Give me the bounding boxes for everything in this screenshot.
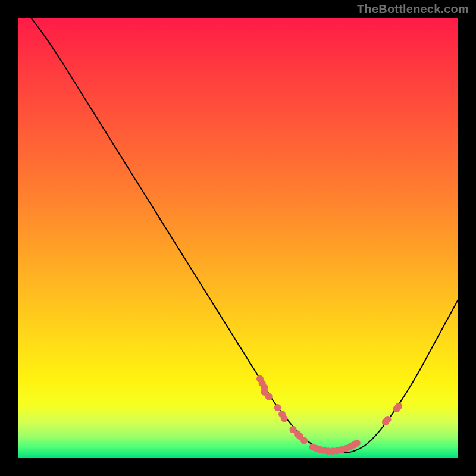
data-point [274, 404, 281, 411]
data-point [300, 437, 308, 444]
data-point [353, 440, 361, 447]
data-point [281, 415, 288, 422]
bottleneck-chart [0, 0, 476, 476]
data-point [395, 403, 402, 410]
data-point [265, 393, 273, 400]
data-point [384, 416, 392, 423]
plot-background [18, 18, 458, 458]
watermark-text: TheBottleneck.com [357, 2, 469, 16]
chart-root: TheBottleneck.com [0, 0, 476, 476]
